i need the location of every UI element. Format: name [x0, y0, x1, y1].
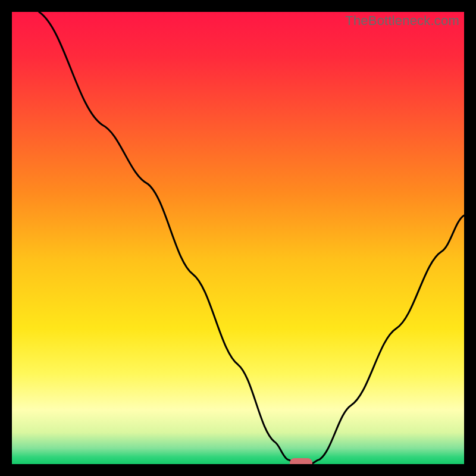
watermark-text: TheBottleneck.com [345, 13, 459, 29]
plot-area: TheBottleneck.com [12, 12, 464, 464]
optimal-marker [290, 458, 312, 464]
chart-frame: TheBottleneck.com [0, 0, 476, 476]
bottleneck-curve [12, 12, 464, 464]
